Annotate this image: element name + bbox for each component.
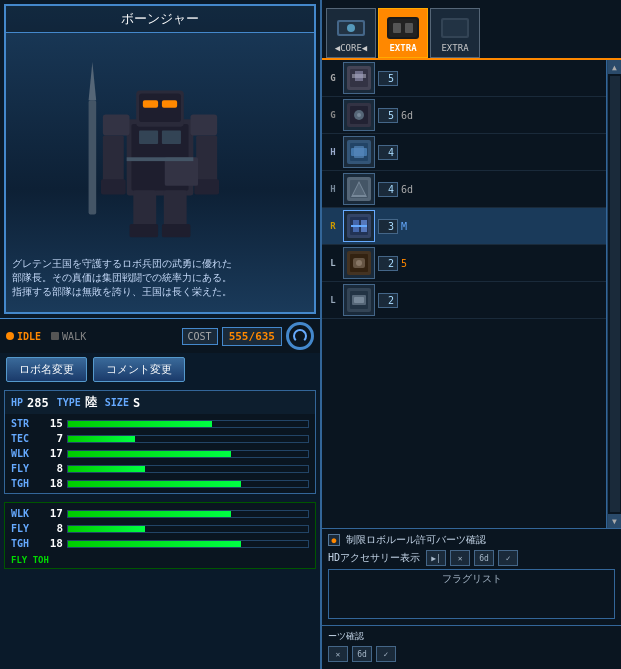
- tab-core[interactable]: ◀CORE◀: [326, 8, 376, 58]
- part-type: H: [326, 145, 340, 159]
- extra-wlk-bar-container: [67, 510, 309, 518]
- wlk-bar-container: [67, 450, 309, 458]
- list-item[interactable]: G 5 6d: [322, 97, 606, 134]
- svg-rect-12: [133, 191, 156, 229]
- part-type: G: [326, 71, 340, 85]
- list-item[interactable]: G 5: [322, 60, 606, 97]
- tab-extra2[interactable]: EXTRA: [430, 8, 480, 58]
- scrollbar[interactable]: ▲ ▼: [607, 60, 621, 528]
- rule-check-checkbox[interactable]: ●: [328, 534, 340, 546]
- hd-icons2-row: ✕ 6d ✓: [328, 646, 615, 662]
- idle-dot: [6, 332, 14, 340]
- size-block: SIZE S: [105, 396, 140, 410]
- hd-icon-play[interactable]: ▶|: [426, 550, 446, 566]
- idle-indicator: IDLE: [6, 331, 41, 342]
- parts-area: G 5 G: [322, 60, 621, 528]
- scroll-down[interactable]: ▼: [608, 514, 622, 528]
- svg-rect-7: [190, 114, 217, 135]
- cost-display: COST 555/635: [182, 322, 314, 350]
- part-slot: [343, 210, 375, 242]
- robot-card: ボーンジャー: [4, 4, 316, 314]
- stat-row-fly: FLY 8: [11, 461, 309, 476]
- robot-image-area: [6, 33, 314, 253]
- list-item[interactable]: L 2 5: [322, 245, 606, 282]
- size-value: S: [133, 396, 140, 410]
- extra-stats: WLK 17 FLY 8 TGH 18 FLY: [4, 502, 316, 569]
- hd-display-row: HDアクセサリー表示 ▶| ✕ 6d ✓: [328, 550, 615, 566]
- part-type: R: [326, 219, 340, 233]
- extra-wlk-bar: [68, 511, 231, 517]
- stats-header: HP 285 TYPE 陸 SIZE S: [5, 391, 315, 414]
- list-item[interactable]: H 4: [322, 134, 606, 171]
- part-cost: 3: [378, 219, 398, 234]
- part-cost: 4: [378, 182, 398, 197]
- part-slot: [343, 99, 375, 131]
- rename-button[interactable]: ロボ名変更: [6, 357, 87, 382]
- left-panel: ボーンジャー: [0, 0, 320, 669]
- svg-rect-5: [162, 100, 177, 108]
- tab-extra1[interactable]: EXTRA: [378, 8, 428, 58]
- stat-row-str: STR 15: [11, 416, 309, 431]
- str-bar-container: [67, 420, 309, 428]
- stats-section: HP 285 TYPE 陸 SIZE S STR 15: [4, 390, 316, 494]
- cost-label: COST: [182, 328, 218, 345]
- part-num: M: [401, 221, 413, 232]
- check-icon: ●: [332, 536, 337, 545]
- extra-stat-wlk: WLK 17: [11, 506, 309, 521]
- parts-list[interactable]: G 5 G: [322, 60, 607, 528]
- hd-icon2-check[interactable]: ✓: [376, 646, 396, 662]
- hp-block: HP 285: [11, 396, 49, 410]
- part-type: L: [326, 256, 340, 270]
- comment-button[interactable]: コメント変更: [93, 357, 185, 382]
- svg-rect-20: [165, 157, 198, 186]
- svg-rect-51: [351, 225, 367, 227]
- fly-bar-container: [67, 465, 309, 473]
- part-slot: [343, 247, 375, 279]
- part-slot: [343, 284, 375, 316]
- svg-rect-10: [101, 179, 126, 194]
- hd-icon2-x[interactable]: ✕: [328, 646, 348, 662]
- hd-icon2-6d[interactable]: 6d: [352, 646, 372, 662]
- part-type: L: [326, 293, 340, 307]
- hd-icon-6d[interactable]: 6d: [474, 550, 494, 566]
- part-slot: [343, 136, 375, 168]
- svg-rect-14: [130, 224, 159, 237]
- cost-circle: [286, 322, 314, 350]
- list-item[interactable]: L 2: [322, 282, 606, 319]
- stat-row-wlk: WLK 17: [11, 446, 309, 461]
- hd-icon-check[interactable]: ✓: [498, 550, 518, 566]
- status-bar: IDLE WALK COST 555/635: [0, 318, 320, 353]
- part-cost: 5: [378, 108, 398, 123]
- part-cost: 5: [378, 71, 398, 86]
- hp-value: 285: [27, 396, 49, 410]
- svg-rect-42: [354, 146, 364, 158]
- type-label: TYPE: [57, 397, 81, 408]
- type-block: TYPE 陸: [57, 394, 97, 411]
- type-value: 陸: [85, 394, 97, 411]
- action-buttons: ロボ名変更 コメント変更: [0, 353, 320, 386]
- stat-row-tgh: TGH 18: [11, 476, 309, 491]
- hd-icon-x[interactable]: ✕: [450, 550, 470, 566]
- svg-rect-16: [139, 131, 158, 144]
- svg-point-24: [347, 24, 355, 32]
- rule-check-text: 制限ロボルール許可バーツ確認: [346, 533, 486, 547]
- str-bar: [68, 421, 212, 427]
- tab-extra1-label: EXTRA: [389, 43, 416, 53]
- svg-rect-27: [393, 23, 401, 33]
- walk-label: WALK: [62, 331, 86, 342]
- extra-stat-fly: FLY 8: [11, 521, 309, 536]
- scroll-up[interactable]: ▲: [608, 60, 622, 74]
- svg-marker-19: [89, 62, 97, 100]
- tab-core-icon: [333, 13, 369, 43]
- tab-extra1-icon: [385, 13, 421, 43]
- svg-rect-9: [196, 135, 217, 183]
- list-item[interactable]: H 4 6d: [322, 171, 606, 208]
- list-item[interactable]: R 3 M: [322, 208, 606, 245]
- tab-extra2-icon: [437, 13, 473, 43]
- svg-point-55: [356, 260, 362, 266]
- extra-tgh-bar-container: [67, 540, 309, 548]
- stats-rows: STR 15 TEC 7 WLK 17: [5, 414, 315, 493]
- right-panel: ◀CORE◀ EXTRA: [320, 0, 621, 669]
- tab-bar: ◀CORE◀ EXTRA: [322, 0, 621, 60]
- svg-rect-30: [443, 20, 467, 36]
